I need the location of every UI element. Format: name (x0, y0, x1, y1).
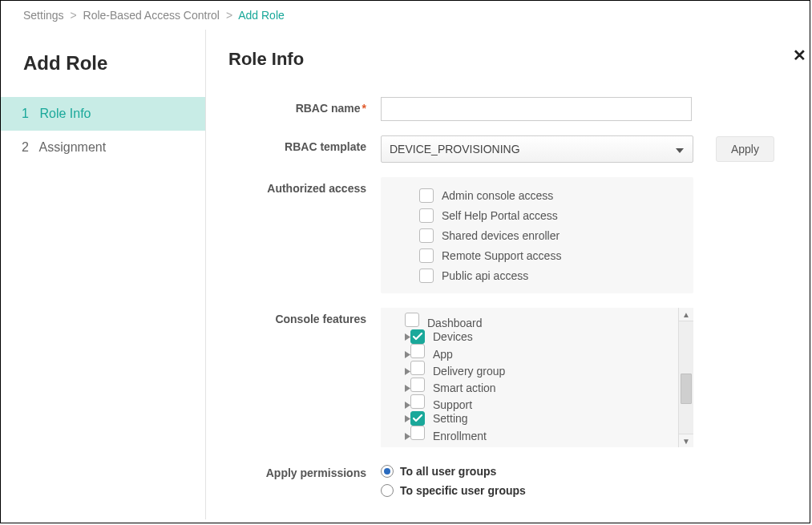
breadcrumb-sep: > (226, 9, 232, 22)
console-features-panel: DashboardDevicesAppDelivery groupSmart a… (381, 308, 693, 447)
rbac-name-input[interactable] (381, 97, 692, 121)
authorized-access-option: Self Help Portal access (419, 205, 684, 225)
breadcrumb-current: Add Role (238, 9, 285, 22)
radio-label: To all user groups (400, 465, 496, 478)
authorized-access-option: Admin console access (419, 185, 684, 205)
expand-caret-icon[interactable] (405, 365, 410, 378)
checkbox[interactable] (410, 411, 425, 426)
label-console-features: Console features (228, 308, 381, 325)
expand-caret-icon[interactable] (405, 430, 410, 442)
option-label: Public api access (442, 269, 528, 282)
scroll-thumb[interactable] (681, 374, 692, 404)
checkbox[interactable] (419, 228, 434, 243)
radio-label: To specific user groups (400, 484, 526, 497)
console-feature-option: Dashboard (405, 313, 670, 329)
checkbox[interactable] (410, 329, 425, 344)
console-feature-option: Enrollment (405, 426, 670, 442)
console-feature-option: Devices (405, 329, 670, 344)
checkbox[interactable] (410, 361, 425, 375)
option-label: Dashboard (427, 317, 483, 329)
breadcrumb: Settings > Role-Based Access Control > A… (1, 1, 810, 30)
console-feature-option: App (405, 344, 670, 361)
label-apply-permissions: Apply permissions (228, 462, 381, 479)
wizard-step-role-info[interactable]: 1 Role Info (1, 97, 205, 131)
option-label: Devices (433, 330, 473, 343)
authorized-access-option: Shared devices enroller (419, 225, 684, 245)
scroll-up-icon[interactable]: ▲ (679, 308, 693, 321)
option-label: Setting (433, 412, 468, 425)
step-label: Role Info (39, 107, 91, 120)
checkbox[interactable] (419, 269, 434, 283)
authorized-access-option: Public api access (419, 265, 684, 285)
option-label: Admin console access (442, 189, 553, 202)
label-rbac-name: RBAC name* (228, 97, 381, 115)
radio-all-user-groups[interactable] (381, 465, 394, 478)
close-icon[interactable]: ✕ (793, 47, 806, 63)
checkbox[interactable] (405, 313, 419, 327)
radio-specific-user-groups[interactable] (381, 484, 394, 497)
rbac-template-select[interactable]: DEVICE_PROVISIONING (381, 135, 693, 163)
step-number: 1 (22, 107, 36, 121)
breadcrumb-sep: > (70, 9, 76, 22)
expand-caret-icon[interactable] (405, 330, 410, 343)
authorized-access-panel: Admin console accessSelf Help Portal acc… (381, 177, 693, 293)
option-label: App (433, 348, 453, 361)
checkbox[interactable] (410, 394, 425, 409)
expand-caret-icon[interactable] (405, 348, 410, 361)
wizard-step-assignment[interactable]: 2 Assignment (1, 131, 205, 164)
checkbox[interactable] (419, 248, 434, 263)
section-heading: Role Info (228, 49, 787, 70)
expand-caret-icon[interactable] (405, 412, 410, 425)
expand-caret-icon[interactable] (405, 398, 410, 411)
option-label: Shared devices enroller (442, 229, 560, 242)
option-label: Self Help Portal access (442, 209, 558, 222)
breadcrumb-rbac[interactable]: Role-Based Access Control (83, 9, 220, 22)
checkbox[interactable] (419, 188, 434, 203)
option-label: Support (433, 398, 472, 411)
checkbox[interactable] (410, 426, 425, 440)
option-label: Delivery group (433, 365, 505, 378)
scroll-down-icon[interactable]: ▼ (679, 434, 693, 447)
breadcrumb-settings[interactable]: Settings (23, 9, 64, 22)
label-authorized-access: Authorized access (228, 177, 381, 195)
expand-caret-icon[interactable] (405, 382, 410, 394)
page-title: Add Role (23, 52, 205, 75)
option-label: Smart action (433, 382, 496, 394)
console-feature-option: Support (405, 394, 670, 411)
step-number: 2 (22, 140, 36, 155)
required-marker: * (362, 102, 366, 115)
scrollbar[interactable]: ▲ ▼ (678, 308, 693, 447)
checkbox[interactable] (419, 208, 434, 223)
authorized-access-option: Remote Support access (419, 245, 684, 265)
wizard-sidebar: Add Role 1 Role Info 2 Assignment (1, 30, 206, 519)
option-label: Remote Support access (442, 249, 561, 262)
step-label: Assignment (39, 140, 107, 154)
console-feature-option: Setting (405, 411, 670, 426)
console-feature-option: Delivery group (405, 361, 670, 378)
checkbox[interactable] (410, 344, 425, 358)
label-rbac-template: RBAC template (228, 135, 381, 153)
checkbox[interactable] (410, 378, 425, 392)
apply-button[interactable]: Apply (716, 136, 774, 162)
option-label: Enrollment (433, 430, 487, 442)
console-feature-option: Smart action (405, 378, 670, 394)
